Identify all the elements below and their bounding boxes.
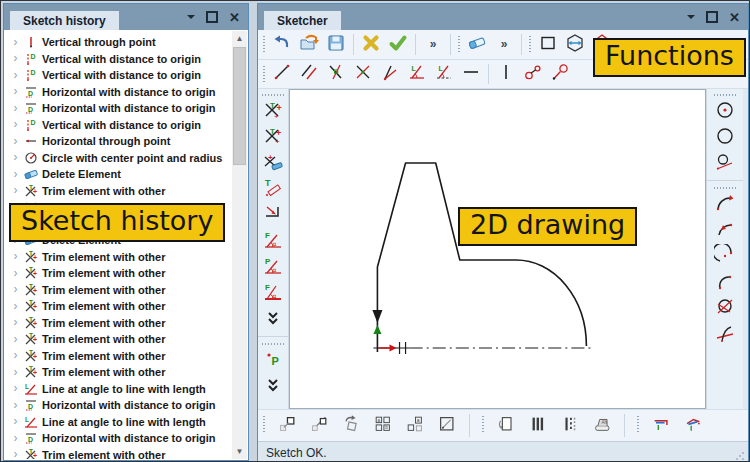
- drawing-canvas[interactable]: [289, 89, 706, 409]
- expander-icon[interactable]: ›: [10, 334, 21, 345]
- sketch-history-item[interactable]: › D Vertical with distance to origin: [5, 67, 231, 84]
- arc-tan-button[interactable]: [712, 322, 738, 348]
- hex-tool-button[interactable]: [563, 33, 587, 57]
- vseg-button[interactable]: [494, 62, 518, 86]
- expander-icon[interactable]: ›: [10, 185, 21, 196]
- sketch-history-tab[interactable]: Sketch history: [10, 11, 119, 30]
- angle-f-button[interactable]: Fα: [260, 229, 286, 255]
- toolbar-drag-handle[interactable]: [714, 93, 736, 97]
- open-button[interactable]: [297, 33, 321, 57]
- sketch-history-item[interactable]: › T+ Trim element with other: [5, 265, 231, 282]
- bars-dash-button[interactable]: [558, 414, 582, 438]
- resize-grip-icon[interactable]: [735, 451, 745, 461]
- eraser-button[interactable]: [465, 33, 489, 57]
- arc-1-button[interactable]: [712, 192, 738, 218]
- expander-icon[interactable]: ›: [10, 433, 21, 444]
- expander-icon[interactable]: ›: [10, 70, 21, 81]
- scroll-down-icon[interactable]: ▼: [232, 444, 247, 459]
- close-icon[interactable]: ✕: [229, 11, 240, 24]
- toolbar-drag-handle[interactable]: [528, 34, 532, 55]
- sketch-history-item[interactable]: › D Horizontal with distance to origin: [5, 430, 231, 447]
- toolbar-drag-handle[interactable]: [636, 414, 640, 437]
- sketch-history-item[interactable]: › T+ Trim element with other: [5, 298, 231, 315]
- toolbar-drag-handle[interactable]: [262, 93, 284, 97]
- sketch-history-item[interactable]: › T+ Trim element with other: [5, 331, 231, 348]
- trim-a-button[interactable]: T++: [260, 99, 286, 125]
- toolbar-drag-handle[interactable]: [481, 414, 485, 437]
- expander-icon[interactable]: ›: [10, 367, 21, 378]
- scrollbar-thumb[interactable]: [233, 47, 246, 165]
- sketch-history-item[interactable]: › T+ Trim element with other: [5, 315, 231, 332]
- line-button[interactable]: [270, 62, 294, 86]
- scroll-up-icon[interactable]: ▲: [232, 31, 247, 46]
- collapse-button[interactable]: [260, 374, 286, 400]
- arc-2-button[interactable]: [712, 218, 738, 244]
- circle-dot-button[interactable]: [712, 99, 738, 125]
- trim-eraser-button[interactable]: +: [260, 151, 286, 177]
- sketch-history-item[interactable]: › Delete Element: [5, 166, 231, 183]
- con-2-button[interactable]: [681, 414, 705, 438]
- toolbar-drag-handle[interactable]: [262, 34, 266, 55]
- circle-x-button[interactable]: [712, 296, 738, 322]
- expander-icon[interactable]: ›: [10, 86, 21, 97]
- maximize-icon[interactable]: [206, 11, 218, 23]
- circle-o-button[interactable]: [712, 125, 738, 151]
- expander-icon[interactable]: ›: [10, 301, 21, 312]
- sketch-history-item[interactable]: › D Vertical with distance to origin: [5, 117, 231, 134]
- arc-3-button[interactable]: [712, 244, 738, 270]
- expander-icon[interactable]: ›: [10, 169, 21, 180]
- circ-line-button[interactable]: [548, 62, 572, 86]
- save-button[interactable]: [324, 33, 348, 57]
- sketch-history-item[interactable]: › T+ Trim element with other: [5, 249, 231, 266]
- sketch-history-item[interactable]: › D Horizontal with distance to origin: [5, 397, 231, 414]
- expander-icon[interactable]: ›: [10, 383, 21, 394]
- sketch-history-item[interactable]: › T+ Trim element with other: [5, 348, 231, 365]
- expander-icon[interactable]: ›: [10, 284, 21, 295]
- maximize-icon[interactable]: [706, 11, 718, 23]
- tangent-t-button[interactable]: T: [260, 177, 286, 203]
- sketch-history-item[interactable]: › D Horizontal with distance to origin: [5, 84, 231, 101]
- expander-icon[interactable]: ›: [10, 103, 21, 114]
- circle-tan-button[interactable]: [712, 151, 738, 177]
- sketch-history-item[interactable]: › T+ Trim element with other: [5, 447, 231, 460]
- parallel-button[interactable]: [297, 62, 321, 86]
- overflow-button[interactable]: »: [492, 33, 516, 57]
- collapse-button[interactable]: [260, 307, 286, 333]
- bars-button[interactable]: [526, 414, 550, 438]
- trim-b-button[interactable]: T++: [260, 125, 286, 151]
- close-icon[interactable]: ✕: [729, 11, 740, 24]
- rotate-button[interactable]: [339, 414, 363, 438]
- expander-icon[interactable]: ›: [10, 416, 21, 427]
- mirror-button[interactable]: [307, 414, 331, 438]
- rect-tool-button[interactable]: [536, 33, 560, 57]
- expander-icon[interactable]: ›: [10, 317, 21, 328]
- panel-menu-icon[interactable]: [187, 15, 195, 23]
- overflow-button[interactable]: »: [421, 33, 445, 57]
- sketcher-tab[interactable]: Sketcher: [264, 11, 341, 30]
- grid4-button[interactable]: ab: [371, 414, 395, 438]
- hseg-button[interactable]: [459, 62, 483, 86]
- grid-a-button[interactable]: a: [403, 414, 427, 438]
- expander-icon[interactable]: ›: [10, 37, 21, 48]
- cross-button[interactable]: [351, 62, 375, 86]
- sketch-history-item[interactable]: › T+ Trim element with other: [5, 364, 231, 381]
- angle-l-button[interactable]: L: [405, 62, 429, 86]
- apply-check-button[interactable]: [386, 33, 410, 57]
- vertical-scrollbar[interactable]: ▲ ▼: [232, 31, 247, 459]
- sheet-button[interactable]: [494, 414, 518, 438]
- toolbar-drag-handle[interactable]: [714, 186, 736, 190]
- toolbar-drag-handle[interactable]: [262, 342, 284, 346]
- sketch-history-item[interactable]: › D Horizontal with distance to origin: [5, 100, 231, 117]
- expander-icon[interactable]: ›: [10, 53, 21, 64]
- delete-x-button[interactable]: [359, 33, 383, 57]
- angle-l-dash-button[interactable]: L: [432, 62, 456, 86]
- sketch-history-item[interactable]: › T+ Trim element with other: [5, 183, 231, 200]
- angle-f2-button[interactable]: Fα: [260, 281, 286, 307]
- sketch-history-item[interactable]: › D Vertical with distance to origin: [5, 51, 231, 68]
- sketch-history-item[interactable]: › L Line at angle to line with length: [5, 381, 231, 398]
- stamp-button[interactable]: Ah: [590, 414, 614, 438]
- vee-button[interactable]: [378, 62, 402, 86]
- circ2-button[interactable]: [521, 62, 545, 86]
- panel-menu-icon[interactable]: [687, 15, 695, 23]
- sketch-history-item[interactable]: › L Line at angle to line with length: [5, 414, 231, 431]
